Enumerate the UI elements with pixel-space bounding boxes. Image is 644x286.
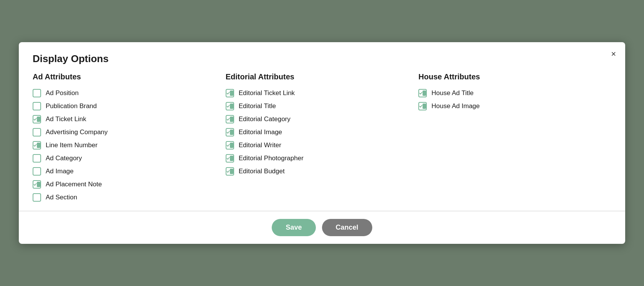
modal-body: Ad Attributes Ad Position Publication Br…: [19, 68, 625, 211]
checkmark-icon: [33, 117, 37, 122]
checkbox-ad-section[interactable]: Ad Section: [33, 193, 226, 202]
checkbox-house-ad-image[interactable]: House Ad Image: [418, 102, 611, 110]
checkbox-ad-image-label: Ad Image: [46, 168, 74, 175]
checkbox-editorial-ticket-link-label: Editorial Ticket Link: [239, 89, 295, 97]
checkbox-house-ad-title[interactable]: House Ad Title: [418, 89, 611, 97]
editorial-attributes-list: Editorial Ticket Link Editorial Title: [226, 89, 419, 176]
ad-attributes-header: Ad Attributes: [33, 72, 226, 83]
checkbox-publication-brand[interactable]: Publication Brand: [33, 102, 226, 110]
checkbox-editorial-budget-label: Editorial Budget: [239, 168, 285, 175]
checkbox-house-ad-title-box[interactable]: [418, 89, 427, 97]
checkbox-editorial-image-label: Editorial Image: [239, 128, 282, 136]
checkbox-ad-ticket-link-label: Ad Ticket Link: [46, 115, 86, 123]
checkbox-editorial-photographer-box[interactable]: [226, 154, 234, 163]
checkbox-house-ad-title-label: House Ad Title: [431, 89, 474, 97]
checkbox-ad-position[interactable]: Ad Position: [33, 89, 226, 97]
checkbox-publication-brand-box[interactable]: [33, 102, 41, 110]
checkbox-line-item-number-label: Line Item Number: [46, 141, 97, 149]
checkmark-icon: [226, 104, 230, 109]
editorial-attributes-column: Editorial Attributes Editorial Ticket Li…: [226, 72, 419, 202]
checkbox-ad-image[interactable]: Ad Image: [33, 167, 226, 176]
checkbox-editorial-budget-box[interactable]: [226, 167, 234, 176]
checkbox-editorial-writer-label: Editorial Writer: [239, 141, 281, 149]
checkmark-icon: [419, 90, 423, 96]
checkmark-icon: [33, 182, 37, 187]
house-attributes-list: House Ad Title House Ad Image: [418, 89, 611, 110]
checkbox-ad-category[interactable]: Ad Category: [33, 154, 226, 163]
checkmark-icon: [226, 117, 230, 122]
checkbox-editorial-budget[interactable]: Editorial Budget: [226, 167, 419, 176]
house-attributes-column: House Attributes House Ad Title: [418, 72, 611, 202]
checkmark-icon: [226, 90, 230, 96]
checkmark-icon: [226, 169, 230, 174]
checkbox-line-item-number[interactable]: Line Item Number: [33, 141, 226, 150]
checkbox-ad-placement-note-box[interactable]: [33, 180, 41, 189]
checkbox-advertising-company-box[interactable]: [33, 128, 41, 136]
checkbox-ad-placement-note-label: Ad Placement Note: [46, 181, 102, 188]
checkmark-icon: [226, 130, 230, 135]
checkmark-icon: [33, 143, 37, 148]
checkbox-editorial-writer[interactable]: Editorial Writer: [226, 141, 419, 150]
ad-attributes-list: Ad Position Publication Brand: [33, 89, 226, 202]
modal-dialog: Display Options × Ad Attributes Ad Posit…: [19, 42, 625, 244]
columns-container: Ad Attributes Ad Position Publication Br…: [33, 72, 611, 202]
cancel-button[interactable]: Cancel: [322, 219, 372, 236]
checkbox-editorial-image-box[interactable]: [226, 128, 234, 136]
checkbox-editorial-writer-box[interactable]: [226, 141, 234, 150]
checkbox-ad-position-box[interactable]: [33, 89, 41, 97]
checkbox-editorial-image[interactable]: Editorial Image: [226, 128, 419, 136]
checkbox-ad-ticket-link-box[interactable]: [33, 115, 41, 123]
checkbox-house-ad-image-box[interactable]: [418, 102, 427, 110]
checkbox-editorial-category-box[interactable]: [226, 115, 234, 123]
checkbox-publication-brand-label: Publication Brand: [46, 102, 97, 110]
checkbox-editorial-photographer-label: Editorial Photographer: [239, 155, 304, 162]
checkbox-editorial-title-box[interactable]: [226, 102, 234, 110]
modal-header: Display Options ×: [19, 42, 625, 68]
checkbox-ad-category-label: Ad Category: [46, 155, 82, 162]
modal-title: Display Options: [33, 53, 611, 65]
save-button[interactable]: Save: [272, 219, 315, 236]
checkbox-ad-placement-note[interactable]: Ad Placement Note: [33, 180, 226, 189]
checkbox-ad-category-box[interactable]: [33, 154, 41, 163]
checkmark-icon: [226, 156, 230, 161]
house-attributes-header: House Attributes: [418, 72, 611, 83]
checkbox-advertising-company-label: Advertising Company: [46, 128, 108, 136]
checkbox-ad-image-box[interactable]: [33, 167, 41, 176]
modal-footer: Save Cancel: [19, 211, 625, 244]
checkbox-editorial-category-label: Editorial Category: [239, 115, 291, 123]
checkbox-editorial-title[interactable]: Editorial Title: [226, 102, 419, 110]
checkbox-ad-section-box[interactable]: [33, 193, 41, 202]
ad-attributes-column: Ad Attributes Ad Position Publication Br…: [33, 72, 226, 202]
checkbox-ad-position-label: Ad Position: [46, 89, 79, 97]
checkmark-icon: [419, 104, 423, 109]
modal-overlay: Display Options × Ad Attributes Ad Posit…: [0, 0, 644, 286]
checkbox-house-ad-image-label: House Ad Image: [431, 102, 480, 110]
checkbox-editorial-title-label: Editorial Title: [239, 102, 276, 110]
checkbox-ad-ticket-link[interactable]: Ad Ticket Link: [33, 115, 226, 123]
checkbox-line-item-number-box[interactable]: [33, 141, 41, 150]
checkbox-editorial-ticket-link[interactable]: Editorial Ticket Link: [226, 89, 419, 97]
checkbox-editorial-ticket-link-box[interactable]: [226, 89, 234, 97]
close-button[interactable]: ×: [611, 50, 616, 58]
editorial-attributes-header: Editorial Attributes: [226, 72, 419, 83]
checkmark-icon: [226, 143, 230, 148]
checkbox-editorial-photographer[interactable]: Editorial Photographer: [226, 154, 419, 163]
checkbox-editorial-category[interactable]: Editorial Category: [226, 115, 419, 123]
checkbox-advertising-company[interactable]: Advertising Company: [33, 128, 226, 136]
checkbox-ad-section-label: Ad Section: [46, 194, 77, 201]
